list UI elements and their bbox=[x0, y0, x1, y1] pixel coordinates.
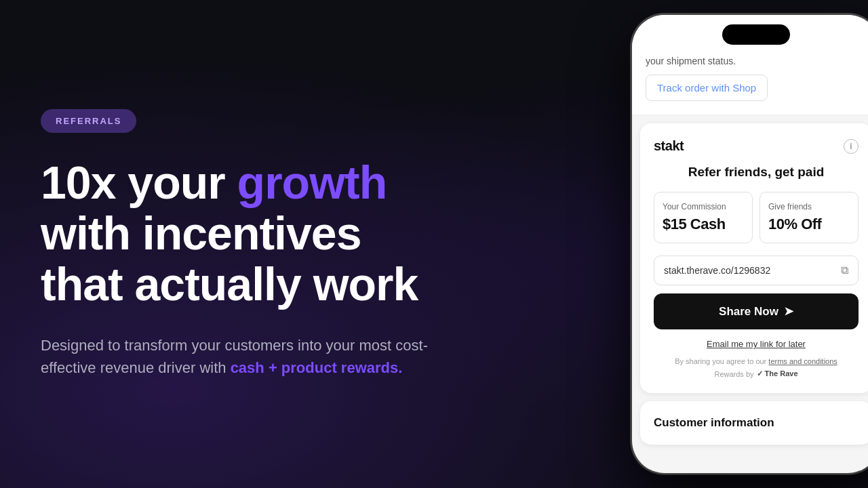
referral-card: stakt i Refer friends, get paid Your Com… bbox=[640, 123, 868, 393]
customer-info-section: Customer information bbox=[640, 401, 868, 445]
customer-info-title: Customer information bbox=[654, 416, 859, 430]
powered-by-label: Rewards by bbox=[714, 370, 753, 378]
refer-headline: Refer friends, get paid bbox=[654, 165, 859, 180]
dynamic-island bbox=[722, 24, 790, 45]
share-now-label: Share Now bbox=[719, 305, 778, 319]
give-friends-value: 10% Off bbox=[768, 216, 850, 233]
terms-link[interactable]: terms and conditions bbox=[768, 357, 837, 365]
left-content-area: REFERRALS 10x your growth with incentive… bbox=[0, 68, 475, 419]
phone-screen: your shipment status. Track order with S… bbox=[632, 15, 868, 473]
phone-device: your shipment status. Track order with S… bbox=[631, 14, 868, 474]
your-commission-box: Your Commission $15 Cash bbox=[654, 192, 753, 243]
send-icon: ➤ bbox=[784, 304, 793, 319]
referral-card-header: stakt i bbox=[654, 138, 859, 154]
info-icon[interactable]: i bbox=[844, 139, 859, 154]
referrals-badge: REFERRALS bbox=[41, 109, 136, 133]
headline-highlight: growth bbox=[237, 157, 387, 208]
rave-logo: ✓ The Rave bbox=[757, 369, 798, 378]
referral-link-text: stakt.therave.co/1296832 bbox=[664, 265, 841, 276]
shipment-status-text: your shipment status. bbox=[646, 56, 867, 66]
your-commission-label: Your Commission bbox=[663, 202, 744, 211]
powered-by: Rewards by ✓ The Rave bbox=[654, 369, 859, 378]
terms-prefix: By sharing you agree to our bbox=[675, 357, 768, 365]
brand-name: stakt bbox=[654, 138, 684, 154]
your-commission-value: $15 Cash bbox=[663, 216, 744, 233]
give-friends-box: Give friends 10% Off bbox=[760, 192, 859, 243]
terms-text: By sharing you agree to our terms and co… bbox=[654, 357, 859, 365]
main-headline: 10x your growth with incentives that act… bbox=[41, 157, 434, 309]
subtext-highlight: cash + product rewards. bbox=[231, 359, 403, 376]
share-now-button[interactable]: Share Now ➤ bbox=[654, 293, 859, 329]
referral-link-input[interactable]: stakt.therave.co/1296832 ⧉ bbox=[654, 256, 859, 285]
commission-row: Your Commission $15 Cash Give friends 10… bbox=[654, 192, 859, 243]
headline-part1: 10x your bbox=[41, 157, 237, 208]
email-link-button[interactable]: Email me my link for later bbox=[654, 339, 859, 349]
copy-icon[interactable]: ⧉ bbox=[841, 264, 848, 277]
phone-mockup-container: your shipment status. Track order with S… bbox=[631, 14, 868, 474]
track-order-button[interactable]: Track order with Shop bbox=[646, 75, 768, 101]
give-friends-label: Give friends bbox=[768, 202, 850, 211]
headline-part2: with incentives that actually work bbox=[41, 207, 418, 310]
subheadline: Designed to transform your customers int… bbox=[41, 334, 434, 379]
